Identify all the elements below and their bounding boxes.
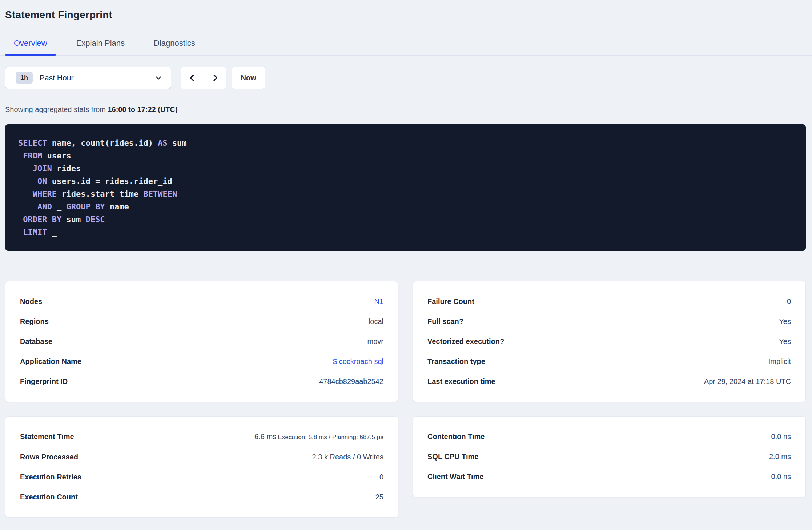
row-label: Database (20, 336, 52, 346)
row-label: Last execution time (427, 376, 495, 386)
sql-line: WHERE rides.start_time BETWEEN _ (18, 188, 793, 200)
card-row: Application Name $ cockroach sql (20, 352, 383, 372)
row-value-wrap: movr (367, 336, 383, 346)
row-label: Fingerprint ID (20, 376, 68, 386)
card-wait-timing: Contention Time 0.0 ns SQL CPU Time 2.0 … (413, 416, 806, 497)
row-sub-value: Execution: 5.8 ms / Planning: 687.5 µs (278, 434, 383, 441)
card-row: Regions local (20, 312, 383, 332)
row-value-link[interactable]: N1 (374, 297, 383, 305)
row-value: 0 (787, 297, 791, 305)
card-statement-timing: Statement Time 6.6 ms Execution: 5.8 ms … (5, 416, 398, 518)
row-value-wrap: 6.6 ms Execution: 5.8 ms / Planning: 687… (254, 431, 383, 442)
tab-overview[interactable]: Overview (5, 28, 56, 55)
card-row: Database movr (20, 332, 383, 352)
row-value-wrap: N1 (374, 296, 383, 306)
row-value-wrap: 0 (787, 296, 791, 306)
time-next-button[interactable] (204, 67, 226, 89)
row-value: 0 (379, 473, 383, 481)
card-row: Full scan? Yes (427, 312, 791, 332)
row-value-wrap: 0.0 ns (771, 431, 791, 442)
row-value-wrap: Yes (779, 336, 791, 346)
row-value: 0.0 ns (771, 433, 791, 441)
row-label: Application Name (20, 356, 81, 366)
card-row: Execution Count 25 (20, 487, 383, 507)
sql-statement-box: SELECT name, count(rides.id) AS sum FROM… (5, 124, 806, 251)
sql-line: ON users.id = rides.rider_id (18, 175, 793, 188)
row-label: Nodes (20, 296, 42, 306)
row-value: Implicit (768, 357, 791, 365)
row-label: Rows Processed (20, 452, 78, 462)
row-value-wrap: Implicit (768, 356, 791, 366)
row-label: Statement Time (20, 431, 74, 442)
card-row: Last execution time Apr 29, 2024 at 17:1… (427, 372, 791, 392)
row-value: 2.3 k Reads / 0 Writes (312, 453, 383, 461)
summary-cards: Nodes N1 Regions local Database movr App… (5, 281, 806, 518)
row-label: Vectorized execution? (427, 336, 504, 346)
stats-summary-prefix: Showing aggregated stats from (5, 105, 108, 113)
tab-bar: OverviewExplain PlansDiagnostics (0, 28, 812, 56)
tab-explain-plans[interactable]: Explain Plans (68, 28, 133, 55)
row-value: 0.0 ns (771, 473, 791, 481)
row-label: Failure Count (427, 296, 474, 306)
sql-line: LIMIT _ (18, 226, 793, 238)
row-value: Yes (779, 317, 791, 325)
card-row: Failure Count 0 (427, 292, 791, 312)
row-label: Transaction type (427, 356, 485, 366)
card-row: Fingerprint ID 4784cb829aab2542 (20, 372, 383, 392)
time-interval-dropdown[interactable]: 1h Past Hour (5, 67, 171, 89)
row-value-wrap: $ cockroach sql (333, 356, 383, 366)
chevron-right-icon (211, 73, 220, 82)
stats-summary-range: 16:00 to 17:22 (UTC) (108, 105, 177, 113)
row-label: Client Wait Time (427, 471, 483, 482)
stats-summary: Showing aggregated stats from 16:00 to 1… (5, 104, 806, 115)
sql-line: AND _ GROUP BY name (18, 200, 793, 213)
time-prev-button[interactable] (181, 67, 204, 89)
row-label: Full scan? (427, 316, 463, 326)
row-value-wrap: Apr 29, 2024 at 17:18 UTC (704, 376, 791, 386)
card-execution-attributes: Failure Count 0 Full scan? Yes Vectorize… (413, 281, 806, 402)
row-value: local (369, 317, 383, 325)
statement-fingerprint-page: Statement Fingerprint OverviewExplain Pl… (0, 0, 812, 518)
row-value: 25 (375, 493, 383, 501)
row-value-wrap: 25 (375, 492, 383, 502)
card-row: Client Wait Time 0.0 ns (427, 467, 791, 487)
row-value-wrap: 4784cb829aab2542 (319, 376, 383, 386)
card-row: Statement Time 6.6 ms Execution: 5.8 ms … (20, 427, 383, 447)
row-label: SQL CPU Time (427, 451, 478, 462)
row-value: movr (367, 337, 383, 345)
row-label: Regions (20, 316, 49, 326)
card-row: Transaction type Implicit (427, 352, 791, 372)
sql-line: SELECT name, count(rides.id) AS sum (18, 137, 793, 149)
card-row: SQL CPU Time 2.0 ms (427, 447, 791, 467)
chevron-left-icon (188, 73, 197, 82)
card-row: Execution Retries 0 (20, 467, 383, 487)
card-row: Rows Processed 2.3 k Reads / 0 Writes (20, 447, 383, 467)
time-pager (181, 67, 226, 89)
page-title: Statement Fingerprint (5, 8, 806, 22)
sql-line: FROM users (18, 149, 793, 162)
card-statement-details: Nodes N1 Regions local Database movr App… (5, 281, 398, 402)
tab-diagnostics[interactable]: Diagnostics (145, 28, 204, 55)
sql-line: ORDER BY sum DESC (18, 213, 793, 226)
row-value: Apr 29, 2024 at 17:18 UTC (704, 377, 791, 385)
row-value-wrap: 2.0 ms (769, 451, 791, 462)
row-value-link[interactable]: $ cockroach sql (333, 357, 383, 365)
row-label: Execution Count (20, 492, 78, 502)
row-value: 6.6 ms (254, 433, 276, 441)
card-row: Vectorized execution? Yes (427, 332, 791, 352)
time-toolbar: 1h Past Hour Now (5, 67, 806, 89)
time-interval-badge: 1h (16, 72, 33, 84)
row-label: Contention Time (427, 431, 485, 442)
row-value-wrap: Yes (779, 316, 791, 326)
time-interval-label: Past Hour (40, 73, 73, 82)
row-value: 4784cb829aab2542 (319, 377, 383, 385)
now-button[interactable]: Now (232, 67, 265, 89)
row-label: Execution Retries (20, 472, 81, 482)
sql-line: JOIN rides (18, 162, 793, 175)
card-row: Nodes N1 (20, 292, 383, 312)
row-value-wrap: 2.3 k Reads / 0 Writes (312, 452, 383, 462)
row-value-wrap: local (369, 316, 383, 326)
row-value-wrap: 0 (379, 472, 383, 482)
row-value: Yes (779, 337, 791, 345)
row-value: 2.0 ms (769, 453, 791, 461)
